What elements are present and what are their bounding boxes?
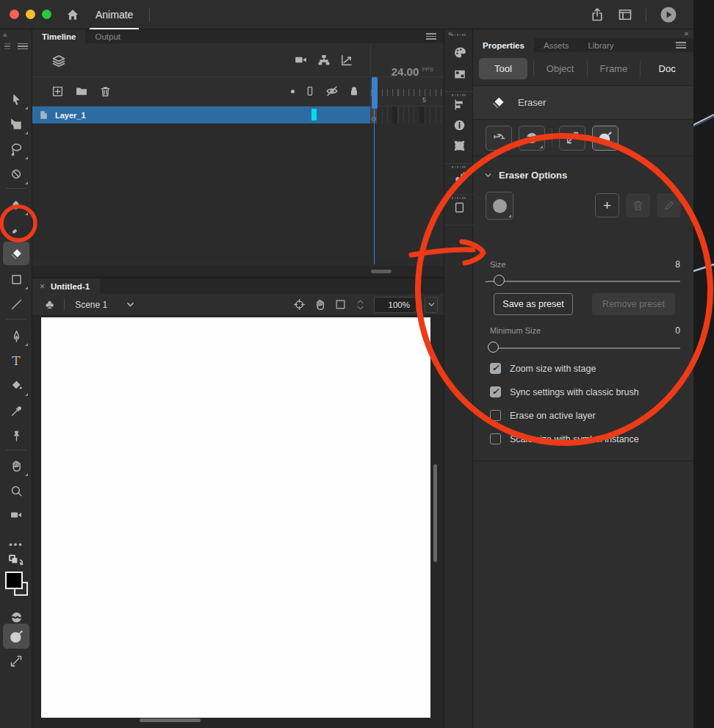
tab-library[interactable]: Library	[578, 38, 623, 52]
scene-dropdown-icon[interactable]	[125, 299, 136, 310]
adjust-paths-toggle[interactable]	[3, 649, 29, 673]
classic-brush-tool[interactable]	[3, 217, 29, 241]
outline-column-icon[interactable]	[304, 85, 316, 97]
layer-row-layer1[interactable]: Layer_1	[32, 107, 370, 123]
traffic-maximize-button[interactable]	[42, 10, 51, 19]
clip-content-icon[interactable]	[334, 298, 347, 311]
adjust-paths-button[interactable]	[559, 126, 585, 151]
zoom-dropdown-icon[interactable]	[425, 297, 438, 313]
tools-menu-icon[interactable]	[18, 43, 28, 49]
eraser-tool[interactable]	[3, 242, 29, 265]
share-icon[interactable]	[590, 7, 605, 22]
home-icon[interactable]	[66, 8, 79, 21]
graph-editor-icon[interactable]	[340, 54, 353, 67]
pen-tool[interactable]	[3, 324, 29, 347]
paint-bucket-tool[interactable]	[3, 374, 29, 397]
layer-parenting-icon[interactable]	[317, 54, 331, 67]
tab-output[interactable]: Output	[85, 29, 130, 43]
eraser-shape-button[interactable]	[486, 192, 513, 220]
tools-grip-icon[interactable]	[4, 43, 10, 49]
traffic-minimize-button[interactable]	[26, 10, 35, 19]
checkbox-icon[interactable]	[490, 410, 501, 421]
checkbox-scale-with-symbol[interactable]: Scale size with symbol instance	[490, 433, 639, 444]
timeline-scrollbar[interactable]	[32, 266, 444, 277]
transform-panel-icon[interactable]	[453, 140, 466, 152]
eyedropper-tool[interactable]	[3, 399, 29, 422]
lock-column-icon[interactable]	[348, 85, 360, 97]
frame-ruler[interactable]: 5 1	[371, 77, 444, 107]
new-layer-icon[interactable]	[51, 85, 64, 98]
edit-preset-button[interactable]	[657, 193, 681, 217]
rotate-hand-icon[interactable]	[314, 298, 326, 311]
tab-properties[interactable]: Properties	[473, 38, 534, 52]
tools-collapse-icon[interactable]: «	[3, 31, 7, 39]
new-folder-icon[interactable]	[75, 84, 88, 98]
checkbox-icon[interactable]	[490, 433, 501, 444]
symbol-mode-icon[interactable]: ♣	[46, 298, 54, 312]
zoom-tool[interactable]	[3, 479, 29, 502]
size-slider[interactable]: -	[488, 275, 680, 288]
size-slider-knob[interactable]	[494, 275, 505, 286]
mode-tab-frame[interactable]: Frame	[588, 63, 641, 74]
center-stage-icon[interactable]	[293, 298, 306, 311]
checkbox-sync-settings[interactable]: Sync settings with classic brush	[490, 386, 639, 397]
camera-layer-icon[interactable]	[294, 53, 308, 67]
highlight-column-icon[interactable]	[291, 90, 295, 93]
fps-display[interactable]: 24.00 FPS	[392, 65, 433, 78]
traffic-close-button[interactable]	[10, 10, 19, 19]
properties-menu-icon[interactable]	[676, 42, 686, 48]
visibility-column-icon[interactable]	[325, 84, 339, 98]
checkbox-erase-active-layer[interactable]: Erase on active layer	[490, 410, 596, 421]
selection-tool[interactable]	[3, 87, 29, 111]
text-tool[interactable]: T	[3, 349, 29, 372]
vertical-scrollbar-thumb[interactable]	[433, 464, 437, 562]
remove-preset-button[interactable]: Remove preset	[592, 293, 675, 315]
asset-warp-tool[interactable]	[3, 423, 29, 447]
close-tab-icon[interactable]: ×	[40, 281, 45, 292]
fluid-brush-tool[interactable]	[3, 193, 29, 217]
faucet-mode-button[interactable]	[486, 126, 512, 151]
checkbox-icon[interactable]	[490, 386, 501, 397]
lasso-tool[interactable]	[3, 137, 29, 161]
align-panel-icon[interactable]	[453, 98, 466, 111]
dock-collapse-icon[interactable]: «	[448, 29, 452, 37]
swap-colors-control[interactable]	[3, 552, 29, 572]
delete-layer-icon[interactable]	[99, 85, 112, 98]
mode-tab-doc[interactable]: Doc	[641, 63, 693, 74]
subselection-transform-tool[interactable]	[3, 112, 29, 136]
mode-tab-object[interactable]: Object	[534, 63, 587, 74]
save-as-preset-button[interactable]: Save as preset	[494, 293, 573, 315]
precision-mode-toggle[interactable]	[3, 624, 29, 649]
panel-expand-icon[interactable]: »	[684, 29, 688, 37]
workspace-layout-icon[interactable]	[618, 7, 632, 22]
quick-share-play-icon[interactable]	[660, 6, 677, 24]
tab-assets[interactable]: Assets	[534, 38, 579, 52]
swatches-panel-icon[interactable]	[453, 68, 466, 81]
fill-stroke-colors[interactable]	[5, 572, 30, 601]
gradient-transform-tool[interactable]	[3, 162, 29, 186]
minimum-size-slider-knob[interactable]	[488, 342, 499, 353]
eraser-options-header[interactable]: Eraser Options	[483, 170, 567, 181]
zoom-level-input[interactable]: 100%	[374, 297, 416, 313]
object-drawing-mode-button[interactable]	[519, 126, 545, 151]
timeline-menu-icon[interactable]	[426, 33, 436, 40]
code-snippets-panel-icon[interactable]	[453, 201, 466, 214]
checkbox-zoom-size-with-stage[interactable]: Zoom size with stage	[490, 363, 596, 374]
brush-library-panel-icon[interactable]	[453, 170, 466, 184]
app-tab-animate[interactable]: Animate	[79, 0, 149, 29]
rectangle-tool[interactable]	[3, 267, 29, 291]
stage-canvas[interactable]	[41, 317, 430, 718]
add-preset-button[interactable]: +	[595, 193, 619, 217]
horizontal-scrollbar-thumb[interactable]	[140, 718, 201, 722]
minimum-size-slider[interactable]	[488, 342, 680, 355]
document-tab[interactable]: × Untitled-1	[32, 278, 100, 294]
tab-timeline[interactable]: Timeline	[32, 29, 85, 43]
delete-preset-button[interactable]	[626, 193, 650, 217]
fill-color-chip[interactable]	[5, 572, 23, 589]
playhead[interactable]	[372, 77, 378, 109]
camera-tool[interactable]	[3, 503, 29, 527]
layer-frames-strip[interactable]	[371, 107, 444, 123]
info-panel-icon[interactable]	[453, 119, 466, 131]
color-panel-icon[interactable]	[453, 46, 467, 60]
line-tool[interactable]	[3, 292, 29, 316]
